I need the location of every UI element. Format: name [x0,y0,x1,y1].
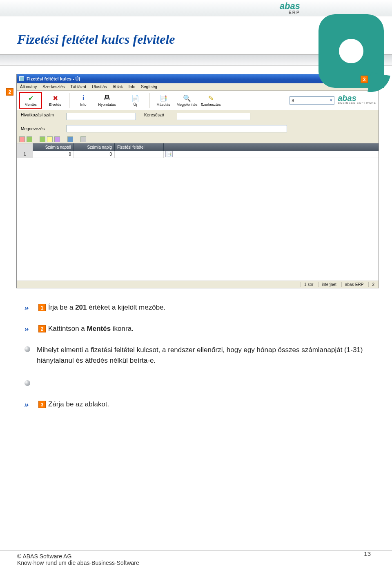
view-button[interactable]: 🔍 Megjelenítés [176,92,198,109]
ref-label: Hivatkozási szám [21,113,58,120]
status-ver: 2 [368,282,374,287]
mini-icon-3[interactable] [40,136,45,142]
status-rows: 1 sor [301,282,313,287]
brand-business-software: abas BUSINESS SOFTWARE [338,96,376,105]
step-line-3: » 3 Zárja be az ablakot. [24,399,368,410]
step-badge-3-titlebar: 3 [361,76,368,83]
document-icon: 📄 [131,94,139,102]
footer: 13 © ABAS Software AG Know-how rund um d… [0,550,392,571]
menu-szerkesztes[interactable]: Szerkesztés [42,85,65,89]
toolbar: ✔ Mentés ✖ Elvetés i Info 🖶 Nyomtatás 📄 … [17,91,379,110]
header-band: abas ERP [0,0,392,16]
info-paragraph: Mihelyt elmenti a fizetési feltétel kulc… [24,345,368,366]
x-icon: ✖ [51,94,59,102]
chevron-icon: » [24,323,33,334]
info-button[interactable]: i Info [73,92,94,109]
discard-label: Elvetés [49,103,61,107]
info-icon: i [79,94,87,102]
grid-cell-naptol[interactable]: 0 [33,151,74,158]
step2-text: Kattintson a Mentés ikonra. [48,325,134,333]
step2-pre: Kattintson a [48,325,87,332]
bullet-icon [24,380,30,386]
menu-utasitas[interactable]: Utasítás [92,85,107,89]
name-label: Megnevezés [21,127,58,131]
edit-button[interactable]: ✎ Szerkesztés [200,92,221,109]
toolbar-separator [69,93,69,108]
ref-input[interactable] [67,113,136,120]
grid-row[interactable]: 1 0 0 📑 [17,151,379,158]
mini-icon-1[interactable] [19,136,25,142]
save-button[interactable]: ✔ Mentés [19,92,42,109]
cell-lookup-button[interactable]: 📑 [165,151,173,157]
page-number: 13 [364,550,371,557]
toolbar-right: 8 abas BUSINESS SOFTWARE [290,96,376,105]
menu-info[interactable]: Info [129,85,136,89]
footer-line2: Know-how rund um die abas-Business-Softw… [17,560,368,566]
bullet-icon [24,346,30,352]
print-button[interactable]: 🖶 Nyomtatás [96,92,118,109]
step3-text: Zárja be az ablakot. [48,400,109,408]
toolbar-separator [149,93,149,108]
step-line-2: » 2 Kattintson a Mentés ikonra. [24,323,368,334]
search-input[interactable] [177,113,250,120]
grid-header-idx [17,143,33,151]
step-badge-1: 1 [38,304,46,311]
discard-button[interactable]: ✖ Elvetés [45,92,66,109]
window-title: Fizetési feltétel kulcs - Új [27,76,80,81]
grid-cell-idx: 1 [17,151,33,158]
menu-tablazat[interactable]: Táblázat [71,85,86,89]
body-text: » 1 Írja be a 201 értéket a kijelölt mez… [24,302,368,410]
status-bar: 1 sor interjnet abas-ERP 2 [17,281,379,288]
mini-icon-4[interactable] [47,136,53,142]
save-label: Mentés [24,103,37,107]
grid-cell-feltetel[interactable] [115,151,164,158]
grid-cell-napig[interactable]: 0 [74,151,115,158]
search-label: Keresőszó [144,113,169,120]
logo-big-a [318,14,384,88]
magnifier-icon: 🔍 [183,94,191,102]
toolbar-combo[interactable]: 8 [290,96,334,105]
step1-pre: Írja be a [48,303,75,311]
mini-icon-7[interactable] [80,136,86,142]
combo-value: 8 [292,98,294,103]
copy-button[interactable]: 📑 Másolás [153,92,174,109]
grid-header-napig: Számla napig [74,143,115,151]
grid-header-naptol: Számla naptól [33,143,74,151]
new-label: Új [134,103,137,107]
menu-segitseg[interactable]: Segítség [141,85,157,89]
grid-header-feltetel: Fizetési feltétel [115,143,164,151]
step2-post: ikonra. [111,325,134,332]
name-input[interactable] [67,125,287,132]
app-window: 2 3 Fizetési feltétel kulcs - Új Állomán… [16,74,379,288]
status-net: interjnet [318,282,336,287]
brand2-sub: BUSINESS SOFTWARE [338,100,376,105]
step-badge-3: 3 [38,401,46,408]
check-icon: ✔ [27,94,35,102]
step1-text: Írja be a 201 értéket a kijelölt mezőbe. [48,303,165,312]
info-text: Mihelyt elmenti a fizetési feltétel kulc… [37,345,368,366]
mini-icon-6[interactable] [67,136,73,142]
chevron-icon: » [24,399,33,410]
window-icon [19,76,24,81]
pencil-icon: ✎ [207,94,215,102]
menu-allomany[interactable]: Állomány [20,85,37,89]
step1-bold: 201 [75,303,87,311]
menu-bar: Állomány Szerkesztés Táblázat Utasítás A… [17,83,379,91]
mini-icon-2[interactable] [27,136,32,142]
new-button[interactable]: 📄 Új [125,92,146,109]
grid-header: Számla naptól Számla napig Fizetési felt… [17,143,379,151]
copy-label: Másolás [156,103,170,107]
chevron-icon: » [24,302,33,313]
print-label: Nyomtatás [98,103,116,107]
toolbar-separator [121,93,121,108]
mini-icon-5[interactable] [54,136,60,142]
menu-ablak[interactable]: Ablak [113,85,123,89]
logo-abas-erp: abas ERP [280,1,300,15]
status-app: abas-ERP [341,282,364,287]
step-badge-2: 2 [38,325,46,332]
step1-post: értéket a kijelölt mezőbe. [87,303,166,311]
copy-icon: 📑 [159,94,167,102]
edit-label: Szerkesztés [200,103,220,107]
step-line-1: » 1 Írja be a 201 értéket a kijelölt mez… [24,302,368,313]
grid-body-empty [17,158,379,281]
